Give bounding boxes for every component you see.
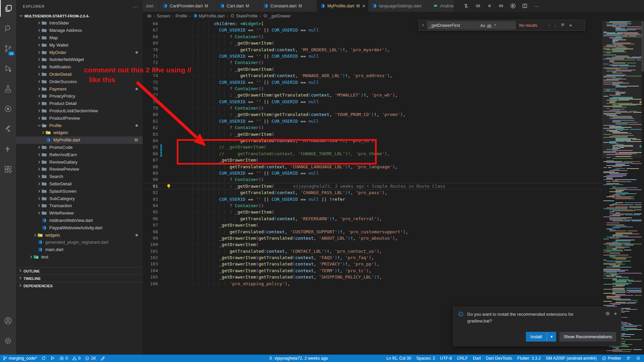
run-debug-icon[interactable]: [0, 60, 16, 77]
breadcrumb-item-profile[interactable]: Profile: [175, 14, 187, 18]
status-prettier[interactable]: Prettier: [602, 356, 621, 361]
scrollbar[interactable]: [642, 20, 644, 355]
sidebar-folder-payment[interactable]: Payment: [16, 85, 143, 93]
status-layers[interactable]: [50, 356, 55, 361]
sidebar-folder-privacypolicy[interactable]: PrivacyPolicy: [16, 93, 143, 100]
sidebar-folder-reviewpreview[interactable]: ReviewPreview: [16, 166, 143, 173]
code-line-68[interactable]: 68 ? Container(): [143, 34, 602, 40]
status-crlf[interactable]: CRLF: [457, 356, 468, 361]
code-line-96[interactable]: 96 getTranslated(context, 'REFEREARN')!,…: [143, 216, 602, 222]
open-changes-icon[interactable]: [463, 3, 469, 9]
install-dropdown-icon[interactable]: ▼: [547, 333, 556, 341]
status-person[interactable]: vijayvaghela72, 2 weeks ago: [268, 356, 328, 361]
status-info[interactable]: 1K: [85, 356, 96, 361]
testing-icon[interactable]: [0, 80, 16, 97]
code-line-102[interactable]: 102 _getDrawerItem(getTranslated(context…: [143, 254, 602, 261]
sidebar-file-main-dart[interactable]: main.dart: [16, 246, 143, 253]
code-line-90[interactable]: 90 ? Container(): [143, 176, 602, 183]
status-flutter-3-3-2[interactable]: Flutter: 3.3.2: [517, 356, 541, 361]
next-match-icon[interactable]: ↓: [553, 23, 557, 28]
code-line-77[interactable]: 77 : _getDrawerItem(getTranslated(contex…: [143, 92, 602, 98]
source-control-icon[interactable]: 23: [0, 40, 16, 57]
code-line-104[interactable]: 104 _getDrawerItem(getTranslated(context…: [143, 267, 602, 274]
code-line-74[interactable]: 74 getTranslated(context, 'MANAGE_ADD_LB…: [143, 72, 602, 79]
code-line-105[interactable]: 105 _getDrawerItem(getTranslated(context…: [143, 274, 602, 280]
search-icon[interactable]: [0, 20, 16, 37]
whole-word-icon[interactable]: ab: [486, 23, 492, 28]
find-input[interactable]: [429, 23, 479, 28]
code-line-99[interactable]: 99 _getDrawerItem(getTranslated(context,…: [143, 235, 602, 241]
sidebar-folder-writereview[interactable]: WriteReview: [16, 209, 143, 217]
sidebar-folder-map[interactable]: Map: [16, 34, 143, 42]
code-line-83[interactable]: 83 : _getDrawerItem(: [143, 131, 602, 137]
thunder-icon[interactable]: [0, 141, 16, 158]
code-line-98[interactable]: 98 getTranslated(context, 'CUSTOMER_SUPP…: [143, 229, 602, 235]
code-line-72[interactable]: 72 ? Container(): [143, 59, 602, 66]
code-line-81[interactable]: 81 CUR_USERID == '' || CUR_USERID == nul…: [143, 118, 602, 124]
code-line-95[interactable]: 95 : _getDrawerItem(: [143, 209, 602, 215]
sidebar-folder-search[interactable]: Search: [16, 173, 143, 180]
minimap-slider[interactable]: [602, 20, 642, 158]
sidebar-section-timeline[interactable]: TIMELINE: [16, 275, 143, 282]
extensions-icon[interactable]: [0, 161, 16, 178]
scrollbar-thumb[interactable]: [642, 21, 644, 71]
match-case-icon[interactable]: Aa: [479, 23, 486, 28]
code-line-70[interactable]: 70 getTranslated(context, 'MY_ORDERS_LBL…: [143, 47, 602, 53]
sidebar-folder-transaction[interactable]: Transaction: [16, 202, 143, 209]
code-line-69[interactable]: 69 : _getDrawerItem(: [143, 40, 602, 46]
status-spaces-2[interactable]: Spaces: 2: [416, 356, 435, 361]
regex-icon[interactable]: .*: [492, 23, 497, 28]
status-rocket[interactable]: [100, 356, 105, 361]
status-warning[interactable]: 0: [72, 356, 80, 361]
sidebar-folder-notification[interactable]: Notification: [16, 63, 143, 71]
lightbulb-icon[interactable]: [166, 184, 171, 189]
sidebar-folder-productpreview[interactable]: ProductPreview: [16, 114, 143, 122]
breadcrumb-item--getdrawer[interactable]: _getDrawer: [263, 13, 291, 19]
tab-constant-dart[interactable]: Constant.dartM: [260, 0, 317, 12]
sidebar-folder-productlist-sectionview[interactable]: ProductList&SectionView: [16, 107, 143, 115]
code-line-100[interactable]: 100 _getDrawerItem(: [143, 241, 602, 248]
more-icon[interactable]: ···: [533, 3, 539, 9]
code-line-93[interactable]: 93 CUR_USERID == '' || CUR_USERID == nul…: [143, 196, 602, 202]
tab-languagesettings-dart[interactable]: languageSettings.dart: [369, 0, 430, 12]
sidebar-file-midtranswebview-dart[interactable]: midtransWebView.dart: [16, 217, 143, 224]
tab-myprofile-dart[interactable]: MyProfile.dartM×: [317, 0, 369, 12]
sidebar-folder-splashscreen[interactable]: SplashScreen: [16, 187, 143, 195]
code-line-78[interactable]: 78 CUR_USERID == '' || CUR_USERID == nul…: [143, 99, 602, 105]
settings-icon[interactable]: [0, 333, 16, 349]
code-line-75[interactable]: 75 CUR_USERID == '' || CUR_USERID == nul…: [143, 79, 602, 85]
breadcrumb-item-screen[interactable]: Screen: [157, 14, 170, 18]
status-sm-a205f-android-arm64-[interactable]: SM A205F (android-arm64): [546, 356, 596, 361]
status-ln-91-col-30[interactable]: Ln 91, Col 30: [386, 356, 411, 361]
code-line-106[interactable]: 106 'pro_shipping_policy'),: [143, 281, 602, 287]
code-line-103[interactable]: 103 _getDrawerItem(getTranslated(context…: [143, 261, 602, 267]
prev-change-icon[interactable]: [475, 3, 481, 9]
sidebar-section-dependencies[interactable]: DEPENDENCIES: [16, 282, 143, 289]
sidebar-section-outline[interactable]: OUTLINE: [16, 267, 143, 275]
sidebar-folder-myorder[interactable]: MyOrder: [16, 49, 143, 56]
sidebar-folder-my-wallet[interactable]: My Wallet: [16, 41, 143, 49]
code-line-71[interactable]: 71 CUR_USERID == '' || CUR_USERID == nul…: [143, 53, 602, 59]
tab-androidi[interactable]: AndroidI: [430, 0, 454, 12]
status-error[interactable]: 0: [59, 356, 68, 361]
sidebar-folder-manage-address[interactable]: Manage Address: [16, 27, 143, 34]
more-actions-icon[interactable]: ···: [132, 4, 139, 9]
status-utf-8[interactable]: UTF-8: [440, 356, 452, 361]
breadcrumb-item-myprofile-dart[interactable]: MyProfile.dart: [193, 13, 225, 19]
flutter-icon[interactable]: [0, 121, 16, 137]
code-line-80[interactable]: 80 : _getDrawerItem(getTranslated(contex…: [143, 111, 602, 118]
sidebar-file-generated-plugin-registrant-dart[interactable]: generated_plugin_registrant.dart: [16, 239, 143, 246]
code-line-94[interactable]: 94 ? Container(): [143, 202, 602, 209]
split-editor-icon[interactable]: [522, 3, 528, 9]
sidebar-file-paypalwebviewactivity-dart[interactable]: PaypalWebviewActivity.dart: [16, 224, 143, 231]
close-icon[interactable]: ×: [362, 3, 365, 9]
notification-settings-icon[interactable]: [605, 311, 610, 324]
status-sync[interactable]: [41, 356, 46, 361]
project-root-folder[interactable]: MULTIVENDOR-STARTT-FROM-2.0.4-: [16, 13, 143, 19]
no-change-icon[interactable]: [486, 3, 492, 9]
code-line-92[interactable]: 92 getTranslated(context, 'CHANGE_PASS_L…: [143, 189, 602, 196]
code-line-76[interactable]: 76 ? Container(): [143, 85, 602, 92]
sidebar-folder-ordersuccess[interactable]: OrderSuccess: [16, 78, 143, 85]
show-recommendations-button[interactable]: Show Recommendations: [559, 332, 616, 342]
code-line-101[interactable]: 101 getTranslated(context, 'CONTACT_LBL'…: [143, 248, 602, 254]
